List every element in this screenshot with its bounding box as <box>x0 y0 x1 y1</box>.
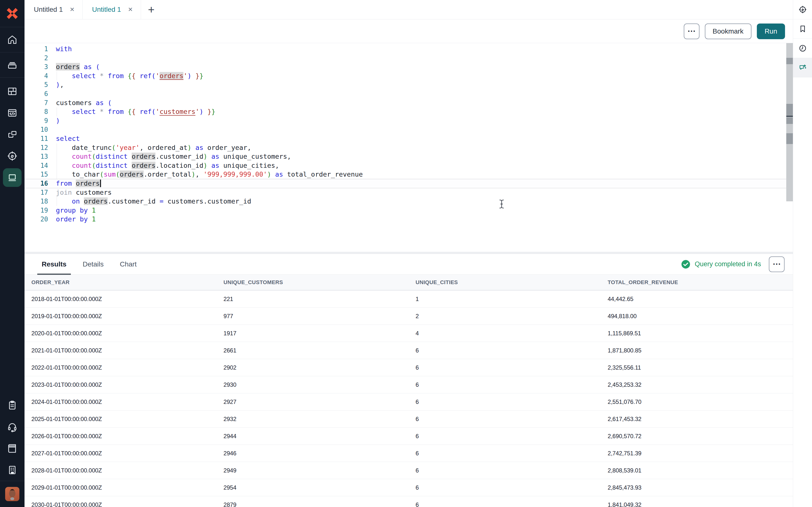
table-cell[interactable]: 6 <box>409 501 601 507</box>
table-cell[interactable]: 1,841,049.32 <box>601 501 793 507</box>
table-cell[interactable]: 2019-01-01T00:00:00.000Z <box>24 313 217 320</box>
table-cell[interactable]: 2023-01-01T00:00:00.000Z <box>24 381 217 388</box>
table-row[interactable]: 2019-01-01T00:00:00.000Z9772494,818.00 <box>24 307 793 325</box>
code-line[interactable]: 14 count(distinct orders.location_id) as… <box>24 161 793 170</box>
sidebar-item-terminal-active[interactable] <box>0 167 24 188</box>
table-cell[interactable]: 2,845,473.93 <box>601 484 793 491</box>
table-cell[interactable]: 2944 <box>217 433 409 440</box>
editor-scrollbar[interactable] <box>786 43 793 201</box>
table-cell[interactable]: 2954 <box>217 484 409 491</box>
code-line[interactable]: 2 <box>24 54 793 63</box>
code-line[interactable]: 8 select * from {{ ref('customers') }} <box>24 107 793 116</box>
table-cell[interactable]: 6 <box>409 364 601 371</box>
table-cell[interactable]: 2949 <box>217 467 409 474</box>
table-cell[interactable]: 2879 <box>217 501 409 507</box>
sidebar-item-organization[interactable] <box>0 459 24 481</box>
table-cell[interactable]: 2 <box>409 313 601 320</box>
table-cell[interactable]: 2029-01-01T00:00:00.000Z <box>24 484 217 491</box>
document-tab[interactable]: Untitled 1✕ <box>24 0 83 19</box>
table-cell[interactable]: 2,551,076.70 <box>601 398 793 405</box>
results-more-button[interactable]: ••• <box>769 257 784 272</box>
code-line[interactable]: 20order by 1 <box>24 215 793 224</box>
table-cell[interactable]: 2020-01-01T00:00:00.000Z <box>24 330 217 337</box>
table-row[interactable]: 2025-01-01T00:00:00.000Z293262,617,453.3… <box>24 410 793 428</box>
tab-close-icon[interactable]: ✕ <box>128 7 133 12</box>
table-cell[interactable]: 6 <box>409 433 601 440</box>
table-cell[interactable]: 2022-01-01T00:00:00.000Z <box>24 364 217 371</box>
table-cell[interactable]: 44,442.65 <box>601 296 793 302</box>
rail-item-bookmarks[interactable] <box>793 19 812 39</box>
table-cell[interactable]: 6 <box>409 450 601 457</box>
table-cell[interactable]: 2,690,570.72 <box>601 433 793 440</box>
column-header[interactable]: ORDER_YEAR <box>24 279 217 286</box>
sidebar-item-home[interactable] <box>0 27 24 52</box>
new-tab-button[interactable]: + <box>141 0 162 19</box>
table-cell[interactable]: 2902 <box>217 364 409 371</box>
table-cell[interactable]: 2027-01-01T00:00:00.000Z <box>24 450 217 457</box>
code-line[interactable]: 3orders as ( <box>24 62 793 71</box>
rail-item-ai-assistant[interactable] <box>793 58 812 77</box>
code-line[interactable]: 15 to_char(sum(orders.order_total), '999… <box>24 170 793 179</box>
code-line[interactable]: 7customers as ( <box>24 99 793 108</box>
table-cell[interactable]: 2,808,539.01 <box>601 467 793 474</box>
code-line[interactable]: 6 <box>24 90 793 99</box>
rail-item-history[interactable] <box>793 39 812 58</box>
code-line[interactable]: 17join customers <box>24 188 793 197</box>
table-row[interactable]: 2030-01-01T00:00:00.000Z287961,841,049.3… <box>24 496 793 507</box>
table-cell[interactable]: 6 <box>409 416 601 422</box>
table-cell[interactable]: 2,453,253.32 <box>601 381 793 388</box>
code-line[interactable]: 11select <box>24 134 793 143</box>
table-cell[interactable]: 2021-01-01T00:00:00.000Z <box>24 347 217 354</box>
table-row[interactable]: 2023-01-01T00:00:00.000Z293062,453,253.3… <box>24 376 793 393</box>
code-line[interactable]: 9) <box>24 116 793 125</box>
column-header[interactable]: UNIQUE_CITIES <box>409 279 601 286</box>
table-row[interactable]: 2028-01-01T00:00:00.000Z294962,808,539.0… <box>24 462 793 479</box>
table-row[interactable]: 2024-01-01T00:00:00.000Z292762,551,076.7… <box>24 393 793 410</box>
table-cell[interactable]: 2930 <box>217 381 409 388</box>
sidebar-item-explore[interactable] <box>0 145 24 167</box>
code-line[interactable]: 10 <box>24 125 793 134</box>
code-line[interactable]: 4 select * from {{ ref('orders') }} <box>24 71 793 80</box>
code-line[interactable]: 13 count(distinct orders.customer_id) as… <box>24 152 793 161</box>
table-cell[interactable]: 2026-01-01T00:00:00.000Z <box>24 433 217 440</box>
table-cell[interactable]: 6 <box>409 467 601 474</box>
sidebar-item-storage[interactable] <box>0 52 24 77</box>
table-row[interactable]: 2027-01-01T00:00:00.000Z294662,742,751.3… <box>24 445 793 462</box>
code-line[interactable]: 5), <box>24 80 793 90</box>
column-header[interactable]: TOTAL_ORDER_REVENUE <box>601 279 793 286</box>
sidebar-item-support[interactable] <box>0 416 24 438</box>
table-cell[interactable]: 2932 <box>217 416 409 422</box>
table-cell[interactable]: 2018-01-01T00:00:00.000Z <box>24 296 217 302</box>
table-cell[interactable]: 2,742,751.39 <box>601 450 793 457</box>
code-line[interactable]: 16from orders <box>24 179 793 188</box>
table-cell[interactable]: 2030-01-01T00:00:00.000Z <box>24 501 217 507</box>
table-row[interactable]: 2020-01-01T00:00:00.000Z191741,115,869.5… <box>24 325 793 342</box>
table-cell[interactable]: 6 <box>409 484 601 491</box>
column-header[interactable]: UNIQUE_CUSTOMERS <box>217 279 409 286</box>
document-tab[interactable]: Untitled 1✕ <box>83 0 141 19</box>
table-cell[interactable]: 6 <box>409 381 601 388</box>
table-cell[interactable]: 6 <box>409 398 601 405</box>
sql-editor[interactable]: 1with23orders as (4 select * from {{ ref… <box>24 43 793 252</box>
table-cell[interactable]: 2,325,556.11 <box>601 364 793 371</box>
table-cell[interactable]: 2025-01-01T00:00:00.000Z <box>24 416 217 422</box>
code-line[interactable]: 1with <box>24 45 793 54</box>
table-cell[interactable]: 2,617,453.32 <box>601 416 793 422</box>
table-row[interactable]: 2021-01-01T00:00:00.000Z266161,871,800.8… <box>24 342 793 359</box>
table-row[interactable]: 2029-01-01T00:00:00.000Z295462,845,473.9… <box>24 479 793 496</box>
table-row[interactable]: 2018-01-01T00:00:00.000Z221144,442.65 <box>24 290 793 307</box>
code-line[interactable]: 19group by 1 <box>24 206 793 215</box>
sidebar-item-code-ide[interactable] <box>0 102 24 124</box>
rail-item-explore[interactable] <box>793 0 812 19</box>
paradime-logo[interactable] <box>0 0 24 27</box>
results-tab-chart[interactable]: Chart <box>120 254 137 275</box>
editor-results-splitter[interactable] <box>24 252 793 254</box>
table-row[interactable]: 2022-01-01T00:00:00.000Z290262,325,556.1… <box>24 359 793 376</box>
table-cell[interactable]: 494,818.00 <box>601 313 793 320</box>
table-cell[interactable]: 2927 <box>217 398 409 405</box>
sidebar-item-apps[interactable] <box>0 124 24 145</box>
user-menu[interactable] <box>0 481 24 507</box>
table-cell[interactable]: 2946 <box>217 450 409 457</box>
sidebar-item-dashboards[interactable] <box>0 80 24 102</box>
table-cell[interactable]: 221 <box>217 296 409 302</box>
